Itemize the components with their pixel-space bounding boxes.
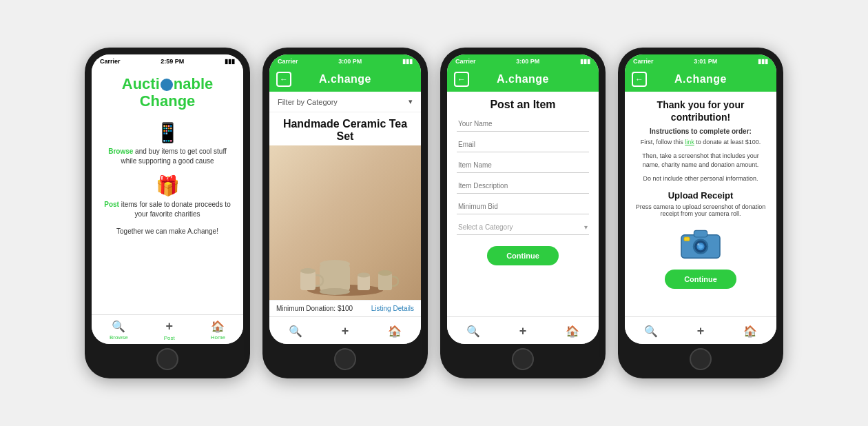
nav-browse-1[interactable]: 🔍 Browse xyxy=(110,320,128,341)
nav-post-1[interactable]: + Post xyxy=(164,319,175,341)
ceramic-items-display xyxy=(269,145,421,300)
nav-post-3[interactable]: + xyxy=(519,324,527,338)
phone-thanks: Carrier 3:01 PM ▮▮▮ ← A.change Thank you… xyxy=(618,48,783,378)
nav-browse-4[interactable]: 🔍 xyxy=(644,325,658,338)
status-bar-1: Carrier 2:59 PM ▮▮▮ xyxy=(92,54,243,67)
home-icon-2: 🏠 xyxy=(388,325,402,338)
thanks-step1: First, follow this link to donate at lea… xyxy=(634,138,767,148)
category-placeholder: Select a Category xyxy=(458,223,513,231)
logo-text-aucti: Aucti xyxy=(122,75,160,92)
logo-text-change: Change xyxy=(140,92,196,110)
nav-browse-3[interactable]: 🔍 xyxy=(466,325,480,338)
logo: Auctinable Change xyxy=(122,75,213,110)
item-name-input[interactable] xyxy=(457,158,589,173)
svg-rect-12 xyxy=(694,231,707,238)
svg-rect-2 xyxy=(320,264,350,292)
app-header-3: ← A.change xyxy=(447,67,599,92)
home-button-2[interactable] xyxy=(334,348,356,370)
back-button-3[interactable]: ← xyxy=(454,72,469,87)
nav-browse-2[interactable]: 🔍 xyxy=(289,325,302,338)
phone-post: Carrier 3:00 PM ▮▮▮ ← A.change Post an I… xyxy=(440,48,606,378)
plus-icon-3: + xyxy=(519,324,527,338)
thanks-continue-button[interactable]: Continue xyxy=(665,270,736,289)
nav-home-label-1: Home xyxy=(211,334,225,341)
home-icon-1: 🏠 xyxy=(211,320,225,333)
post-gift-icon: 🎁 xyxy=(156,174,180,197)
item-description-input[interactable] xyxy=(457,179,589,194)
nav-home-3[interactable]: 🏠 xyxy=(566,325,579,338)
browse-screen: Filter by Category ▾ Handmade Ceramic Te… xyxy=(269,92,421,316)
home-button-1[interactable] xyxy=(156,348,178,370)
browse-phone-icon: 📱 xyxy=(156,121,180,144)
plus-icon-2: + xyxy=(342,324,349,338)
post-link[interactable]: Post xyxy=(104,201,119,208)
min-donation: Minimum Donation: $100 xyxy=(276,305,353,312)
category-select[interactable]: Select a Category ▾ xyxy=(457,220,589,235)
browse-text: Browse and buy items to get cool stuff w… xyxy=(103,147,232,166)
tagline-prefix: Together we can make xyxy=(116,227,187,235)
status-bar-4: Carrier 3:01 PM ▮▮▮ xyxy=(625,54,776,67)
nav-post-4[interactable]: + xyxy=(697,324,705,338)
plus-icon-1: + xyxy=(165,319,173,334)
nav-home-4[interactable]: 🏠 xyxy=(743,325,757,338)
donation-link[interactable]: link xyxy=(685,139,694,145)
camera-icon[interactable] xyxy=(634,225,767,260)
item-footer: Minimum Donation: $100 Listing Details xyxy=(269,300,421,316)
back-button-4[interactable]: ← xyxy=(632,72,647,87)
search-icon-2: 🔍 xyxy=(289,325,302,338)
browse-section: 📱 Browse and buy items to get cool stuff… xyxy=(103,121,232,166)
svg-point-7 xyxy=(358,273,370,278)
thanks-screen: Thank you for your contribution! Instruc… xyxy=(625,92,776,316)
app-title-3: A.change xyxy=(497,73,549,85)
home-icon-3: 🏠 xyxy=(566,325,579,338)
status-bar-3: Carrier 3:00 PM ▮▮▮ xyxy=(447,54,599,67)
item-title: Handmade Ceramic Tea Set xyxy=(269,112,421,145)
thanks-title: Thank you for your contribution! xyxy=(634,99,767,123)
back-button-2[interactable]: ← xyxy=(276,72,291,87)
nav-post-label-1: Post xyxy=(164,335,175,341)
nav-home-1[interactable]: 🏠 Home xyxy=(211,320,225,341)
upload-title: Upload Receipt xyxy=(634,190,767,201)
tagline-suffix: ! xyxy=(216,227,218,235)
thanks-step3: Do not include other personal informatio… xyxy=(634,174,767,184)
app-header-4: ← A.change xyxy=(625,67,776,92)
instructions-label: Instructions to complete order: xyxy=(634,128,767,135)
nav-post-2[interactable]: + xyxy=(342,324,349,338)
carrier-4: Carrier xyxy=(633,58,654,65)
your-name-input[interactable] xyxy=(457,116,589,132)
home-button-4[interactable] xyxy=(690,348,712,370)
home-screen: Auctinable Change 📱 Browse and buy items… xyxy=(92,67,243,314)
battery-1: ▮▮▮ xyxy=(225,58,235,65)
item-image xyxy=(269,145,421,300)
plus-icon-4: + xyxy=(697,324,705,338)
svg-rect-13 xyxy=(684,237,690,241)
step1-suffix: to donate at least $100. xyxy=(694,139,761,145)
ceramic-svg xyxy=(283,214,407,297)
minimum-bid-input[interactable] xyxy=(457,199,589,214)
email-input[interactable] xyxy=(457,137,589,152)
battery-2: ▮▮▮ xyxy=(402,58,413,65)
tagline-link[interactable]: A.change xyxy=(187,227,216,235)
browse-link[interactable]: Browse xyxy=(108,148,133,155)
nav-home-2[interactable]: 🏠 xyxy=(388,325,402,338)
filter-bar[interactable]: Filter by Category ▾ xyxy=(269,92,421,112)
battery-3: ▮▮▮ xyxy=(580,58,590,65)
home-button-3[interactable] xyxy=(512,348,534,370)
home-icon-4: 🏠 xyxy=(743,325,757,338)
svg-rect-4 xyxy=(300,271,316,290)
app-header-2: ← A.change xyxy=(269,67,421,92)
battery-4: ▮▮▮ xyxy=(758,58,768,65)
listing-details-link[interactable]: Listing Details xyxy=(371,305,414,312)
phones-container: Carrier 2:59 PM ▮▮▮ Auctinable Change 📱 … xyxy=(71,34,797,392)
post-continue-button[interactable]: Continue xyxy=(487,246,559,265)
post-section: 🎁 Post items for sale to donate proceeds… xyxy=(103,174,232,219)
time-3: 3:00 PM xyxy=(516,58,539,65)
filter-label: Filter by Category xyxy=(278,98,338,106)
carrier-1: Carrier xyxy=(100,58,121,65)
svg-point-3 xyxy=(320,288,350,295)
upload-text: Press camera to upload screenshot of don… xyxy=(634,203,767,217)
bottom-nav-2: 🔍 + 🏠 xyxy=(269,316,421,344)
bottom-nav-4: 🔍 + 🏠 xyxy=(625,316,776,344)
time-2: 3:00 PM xyxy=(338,58,362,65)
search-icon-1: 🔍 xyxy=(112,320,125,333)
